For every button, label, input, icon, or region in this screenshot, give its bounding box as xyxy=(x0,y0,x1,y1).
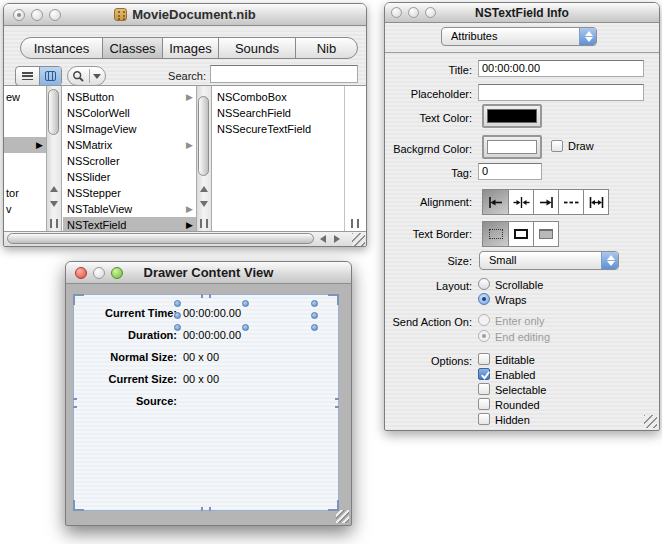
resize-grip[interactable] xyxy=(644,415,657,428)
list-item-label: v xyxy=(6,203,12,215)
selection-handle[interactable] xyxy=(242,324,249,331)
align-justify-icon xyxy=(588,196,605,209)
column2-scrollbar[interactable] xyxy=(46,86,62,231)
border-bezel-button[interactable] xyxy=(533,222,558,246)
list-item[interactable]: ▶ xyxy=(4,137,46,153)
zoom-button[interactable] xyxy=(49,9,61,21)
editable-checkbox[interactable] xyxy=(478,353,490,365)
pane-selector-popup[interactable]: Attributes xyxy=(441,27,597,46)
list-item[interactable]: NSSecureTextField xyxy=(213,121,344,137)
hidden-checkbox[interactable] xyxy=(478,413,490,425)
resize-grip[interactable] xyxy=(336,510,349,523)
text-field[interactable]: 00 x 00 xyxy=(183,372,219,386)
column3-scrollbar[interactable] xyxy=(196,86,212,231)
tab-classes[interactable]: Classes xyxy=(103,38,163,58)
selection-handle[interactable] xyxy=(311,300,318,307)
selection-handle[interactable] xyxy=(311,324,318,331)
minimize-button[interactable] xyxy=(408,7,419,18)
scroll-left-icon[interactable] xyxy=(320,235,326,243)
selection-handle[interactable] xyxy=(174,324,181,331)
scrollable-radio-label: Scrollable xyxy=(495,278,543,292)
minimize-button[interactable] xyxy=(93,267,105,279)
selectable-checkbox[interactable] xyxy=(478,383,490,395)
scroll-down-icon[interactable] xyxy=(50,201,58,207)
list-item[interactable]: NSButton▶ xyxy=(63,89,196,105)
align-justify-button[interactable] xyxy=(583,190,608,214)
list-item[interactable]: ew xyxy=(4,89,46,105)
text-field[interactable]: 00 x 00 xyxy=(183,350,219,364)
column-resize-handle[interactable] xyxy=(351,219,359,228)
align-left-button[interactable] xyxy=(483,190,508,214)
list-item[interactable]: tor xyxy=(4,185,46,201)
draw-checkbox[interactable] xyxy=(551,140,563,152)
size-popup-value: Small xyxy=(489,254,517,266)
zoom-button[interactable] xyxy=(425,7,436,18)
branch-arrow-icon: ▶ xyxy=(186,89,193,105)
text-color-well[interactable] xyxy=(482,104,542,128)
close-button[interactable] xyxy=(13,9,25,21)
text-color-label: Text Color: xyxy=(385,111,472,125)
list-item[interactable]: NSTableView▶ xyxy=(63,201,196,217)
column-resize-handle[interactable] xyxy=(200,219,208,228)
size-popup[interactable]: Small xyxy=(479,251,619,270)
resize-grip[interactable] xyxy=(352,233,365,246)
selection-handle[interactable] xyxy=(174,300,181,307)
close-button[interactable] xyxy=(75,267,87,279)
text-field-selected[interactable]: 00:00:00.00 xyxy=(183,306,241,320)
list-item[interactable]: NSScroller xyxy=(63,153,196,169)
enabled-checkbox[interactable] xyxy=(478,368,490,380)
zoom-button[interactable] xyxy=(111,267,123,279)
rounded-checkbox[interactable] xyxy=(478,398,490,410)
column-resize-handle[interactable] xyxy=(50,219,58,228)
horizontal-scrollbar-thumb[interactable] xyxy=(7,233,314,244)
list-item[interactable]: v xyxy=(4,201,46,217)
text-field[interactable]: 00:00:00.00 xyxy=(183,328,241,342)
browser-horizontal-scrollbar[interactable] xyxy=(4,231,366,246)
list-item-selected[interactable]: NSTextField▶ xyxy=(63,217,196,231)
list-item[interactable]: NSStepper xyxy=(63,185,196,201)
drawer-design-view[interactable]: Current Time: 00:00:00.00 Duration: 00:0… xyxy=(73,294,339,511)
nib-titlebar[interactable]: MovieDocument.nib xyxy=(4,4,366,26)
class-browser: ew ▶ tor v NSButton▶ NSColorWell NSImage… xyxy=(4,85,366,231)
background-color-well[interactable] xyxy=(482,135,542,159)
wraps-radio[interactable] xyxy=(478,293,490,305)
list-item[interactable]: NSSearchField xyxy=(213,105,344,121)
browser-column-1: ew ▶ tor v xyxy=(4,86,46,231)
list-item[interactable]: NSImageView xyxy=(63,121,196,137)
selection-handle[interactable] xyxy=(242,300,249,307)
title-input[interactable]: 00:00:00.00 xyxy=(478,60,644,77)
column-view-button[interactable] xyxy=(39,67,62,85)
tab-instances[interactable]: Instances xyxy=(21,38,103,58)
scroll-right-icon[interactable] xyxy=(334,235,340,243)
search-input[interactable] xyxy=(210,65,358,83)
close-button[interactable] xyxy=(391,7,402,18)
list-view-button[interactable] xyxy=(16,67,39,85)
list-item[interactable]: NSMatrix▶ xyxy=(63,137,196,153)
placeholder-input[interactable] xyxy=(478,84,644,101)
scroll-up-icon[interactable] xyxy=(200,186,208,192)
minimize-button[interactable] xyxy=(31,9,43,21)
scroll-down-icon[interactable] xyxy=(200,201,208,207)
scrollable-radio[interactable] xyxy=(478,278,490,290)
drawer-titlebar[interactable]: Drawer Content View xyxy=(66,262,351,284)
column3-scrollbar-thumb[interactable] xyxy=(198,96,209,176)
list-item[interactable]: NSComboBox xyxy=(213,89,344,105)
inspector-titlebar[interactable]: NSTextField Info xyxy=(385,3,659,23)
selection-handle[interactable] xyxy=(174,312,181,319)
list-item[interactable]: NSColorWell xyxy=(63,105,196,121)
align-right-button[interactable] xyxy=(533,190,558,214)
border-none-button[interactable] xyxy=(483,222,508,246)
tag-input[interactable]: 0 xyxy=(478,163,542,180)
column2-scrollbar-thumb[interactable] xyxy=(48,89,59,135)
align-natural-button[interactable] xyxy=(558,190,583,214)
tab-sounds[interactable]: Sounds xyxy=(219,38,296,58)
search-scope-button[interactable] xyxy=(67,66,106,86)
tab-nib[interactable]: Nib xyxy=(296,38,357,58)
tab-images[interactable]: Images xyxy=(163,38,219,58)
align-center-button[interactable] xyxy=(508,190,533,214)
selection-handle[interactable] xyxy=(311,312,318,319)
list-item[interactable]: NSSlider xyxy=(63,169,196,185)
border-line-button[interactable] xyxy=(508,222,533,246)
editable-checkbox-label: Editable xyxy=(495,353,535,367)
scroll-up-icon[interactable] xyxy=(50,186,58,192)
